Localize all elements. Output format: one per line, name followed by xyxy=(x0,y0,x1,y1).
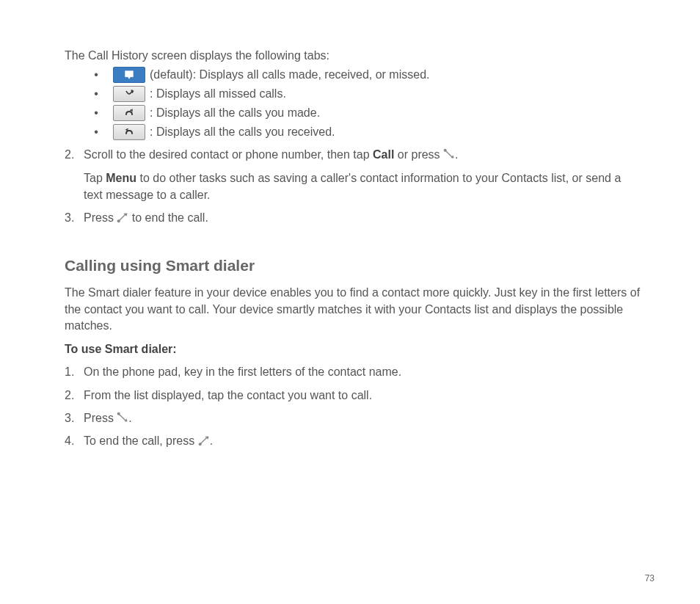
call-label: Call xyxy=(373,148,394,161)
howto-step-3: 3. Press . xyxy=(65,410,641,426)
step-text: Tap xyxy=(84,172,106,184)
section-intro: The Smart dialer feature in your device … xyxy=(65,285,641,334)
call-key-icon xyxy=(117,411,128,421)
tab-desc: (default): Displays all calls made, rece… xyxy=(150,68,429,81)
tab-item-outgoing: • : Displays all the calls you made. xyxy=(92,105,641,121)
bullet-icon: • xyxy=(92,126,100,138)
step-number: 2. xyxy=(65,387,84,404)
end-key-icon xyxy=(198,434,210,444)
outgoing-calls-icon xyxy=(113,105,145,121)
howto-steps: 1. On the phone pad, key in the first le… xyxy=(65,363,641,449)
howto-title: To use Smart dialer: xyxy=(65,343,641,356)
svg-point-1 xyxy=(117,219,120,222)
step-text: . xyxy=(210,434,213,447)
step-text: or press xyxy=(394,148,443,161)
bullet-icon: • xyxy=(92,88,100,100)
call-key-icon xyxy=(443,148,455,158)
howto-step-2: 2. From the list displayed, tap the cont… xyxy=(65,387,641,404)
howto-step-4: 4. To end the call, press . xyxy=(65,432,641,449)
missed-calls-icon xyxy=(113,86,145,102)
step-text: On the phone pad, key in the first lette… xyxy=(84,363,641,380)
end-key-icon xyxy=(117,211,128,221)
bullet-icon: • xyxy=(92,69,100,81)
step-number: 3. xyxy=(65,410,84,426)
step-2: 2. Scroll to the desired contact or phon… xyxy=(65,146,641,203)
tab-item-all: • (default): Displays all calls made, re… xyxy=(92,67,641,83)
page-number: 73 xyxy=(645,573,655,583)
step-text: To end the call, press xyxy=(84,434,198,447)
tab-desc: : Displays all the calls you made. xyxy=(150,106,320,120)
tab-item-missed: • : Displays all missed calls. xyxy=(92,86,641,102)
step-number: 4. xyxy=(65,432,84,449)
incoming-calls-icon xyxy=(113,124,145,140)
step-text: From the list displayed, tap the contact… xyxy=(84,387,641,404)
menu-label: Menu xyxy=(106,172,136,184)
svg-point-3 xyxy=(198,443,201,445)
tabs-list: • (default): Displays all calls made, re… xyxy=(92,67,641,140)
step-number: 3. xyxy=(65,209,84,226)
step-text: . xyxy=(128,412,131,424)
step-number: 2. xyxy=(65,146,84,203)
step-text: . xyxy=(455,148,458,161)
step-number: 1. xyxy=(65,363,84,380)
step-text: Press xyxy=(84,412,117,424)
continued-steps: 2. Scroll to the desired contact or phon… xyxy=(65,146,641,226)
manual-page: The Call History screen displays the fol… xyxy=(0,0,700,449)
all-calls-icon xyxy=(113,67,145,83)
intro-text: The Call History screen displays the fol… xyxy=(65,48,641,64)
howto-step-1: 1. On the phone pad, key in the first le… xyxy=(65,363,641,380)
svg-point-2 xyxy=(117,412,120,415)
step-text: to end the call. xyxy=(128,211,208,224)
step-3: 3. Press to end the call. xyxy=(65,209,641,226)
step-text: Scroll to the desired contact or phone n… xyxy=(84,148,373,161)
svg-point-0 xyxy=(444,149,447,152)
tab-desc: : Displays all the calls you received. xyxy=(150,125,335,139)
section-heading: Calling using Smart dialer xyxy=(65,257,641,274)
tab-item-incoming: • : Displays all the calls you received. xyxy=(92,124,641,140)
step-text: to do other tasks such as saving a calle… xyxy=(84,172,621,201)
bullet-icon: • xyxy=(92,107,100,119)
tab-desc: : Displays all missed calls. xyxy=(150,87,286,101)
step-text: Press xyxy=(84,211,117,224)
